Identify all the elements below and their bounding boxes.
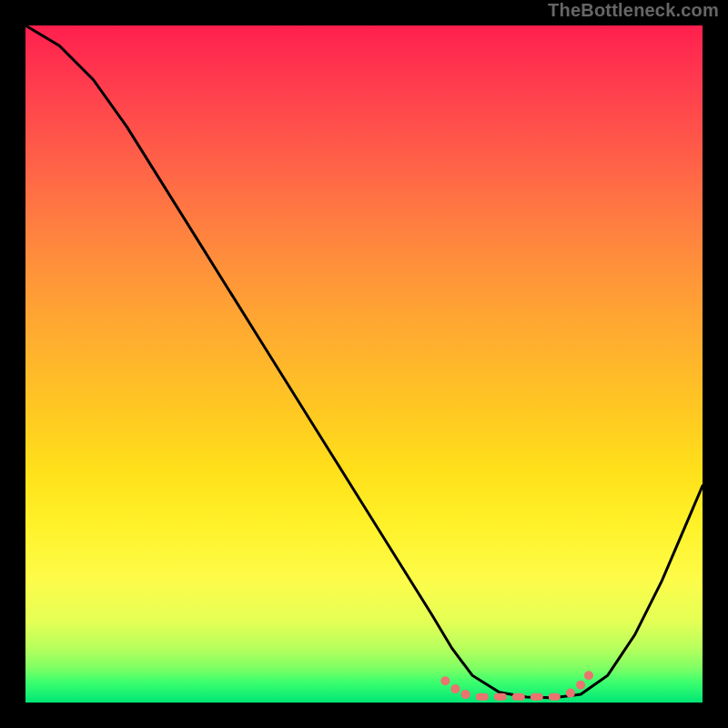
- chart-frame: TheBottleneck.com: [0, 0, 728, 728]
- svg-rect-4: [494, 693, 507, 701]
- svg-point-2: [461, 690, 470, 699]
- watermark-text: TheBottleneck.com: [548, 0, 719, 21]
- svg-point-10: [584, 671, 593, 680]
- valley-highlight-dots: [440, 671, 593, 701]
- svg-rect-6: [531, 693, 543, 701]
- svg-point-1: [450, 684, 460, 693]
- svg-rect-7: [549, 693, 561, 701]
- bottleneck-curve: [25, 25, 703, 698]
- curve-svg: [25, 25, 703, 703]
- plot-area: [25, 25, 703, 703]
- svg-point-9: [576, 681, 585, 690]
- svg-point-0: [440, 676, 450, 685]
- svg-rect-3: [476, 693, 489, 701]
- svg-point-8: [566, 689, 575, 698]
- svg-rect-5: [512, 693, 525, 701]
